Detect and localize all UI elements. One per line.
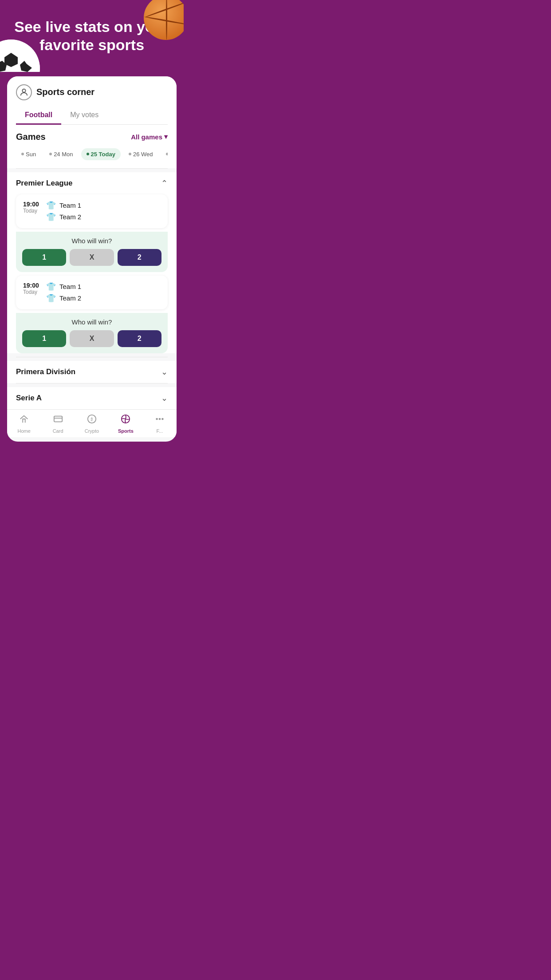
team-row-1b: 👕 Team 2	[46, 212, 81, 222]
date-dot	[166, 153, 168, 155]
app-card: Sports corner Football My votes Games Al…	[7, 76, 177, 442]
date-dot	[129, 153, 131, 155]
sports-icon	[121, 414, 130, 427]
card-header: Sports corner Football My votes	[7, 76, 177, 125]
svg-point-14	[162, 418, 163, 419]
vote-buttons-2: 1 X 2	[22, 330, 161, 347]
vote-btn-1-draw[interactable]: X	[70, 249, 114, 266]
more-icon	[155, 414, 165, 427]
vote-btn-2-away[interactable]: 2	[118, 330, 161, 347]
sports-tab-label: Sports	[118, 428, 134, 434]
team-shirt-icon: 👕	[46, 212, 56, 222]
vote-buttons-1: 1 X 2	[22, 249, 161, 266]
team-row-1a: 👕 Team 1	[46, 201, 81, 210]
date-dot-active	[87, 153, 89, 155]
vote-btn-1-home[interactable]: 1	[22, 249, 66, 266]
league-premier-header[interactable]: Premier League ⌃	[16, 172, 168, 194]
app-title: Sports corner	[36, 87, 94, 97]
divider	[16, 168, 168, 169]
svg-point-13	[159, 418, 160, 419]
date-chip-26[interactable]: 26	[161, 148, 168, 160]
league-seriea-header[interactable]: Serie A ⌄	[16, 387, 168, 409]
tabs-row: Football My votes	[16, 107, 168, 125]
date-dot	[49, 153, 52, 155]
league-premier-name: Premier League	[16, 179, 73, 188]
games-header: Games All games ▾	[16, 132, 168, 142]
more-tab-label: F...	[156, 428, 163, 434]
match-teams-1: 👕 Team 1 👕 Team 2	[46, 201, 81, 222]
chevron-up-icon: ⌃	[161, 178, 168, 188]
match-teams-2: 👕 Team 1 👕 Team 2	[46, 282, 81, 303]
bottom-tab-crypto[interactable]: ₿ Crypto	[79, 414, 105, 434]
card-tab-label: Card	[53, 428, 63, 434]
avatar-icon	[16, 84, 32, 100]
home-tab-label: Home	[18, 428, 31, 434]
games-title: Games	[16, 132, 46, 142]
league-premier: Premier League ⌃ 19:00 Today 👕 Team 1 👕 …	[7, 172, 177, 353]
home-icon	[19, 414, 29, 427]
match-card-1: 19:00 Today 👕 Team 1 👕 Team 2	[16, 194, 168, 228]
vote-btn-2-draw[interactable]: X	[70, 330, 114, 347]
bottom-tab-home[interactable]: Home	[11, 414, 37, 434]
team-row-2b: 👕 Team 2	[46, 293, 81, 303]
who-will-win-1: Who will win?	[22, 237, 161, 245]
match-info-row-1: 19:00 Today 👕 Team 1 👕 Team 2	[23, 201, 161, 222]
who-will-win-2: Who will win?	[22, 318, 161, 326]
divider-2	[16, 357, 168, 357]
games-section: Games All games ▾ Sun 24 Mon 25 Today	[7, 125, 177, 168]
league-seriea-name: Serie A	[16, 394, 42, 403]
league-primera: Primera División ⌄	[7, 361, 177, 383]
date-chip-today25[interactable]: 25 Today	[81, 148, 121, 160]
svg-point-6	[22, 89, 25, 92]
team-shirt-icon: 👕	[46, 201, 56, 210]
hero-section: See live stats on your favorite sports	[0, 0, 184, 72]
svg-point-12	[156, 418, 157, 419]
match-card-2: 19:00 Today 👕 Team 1 👕 Team 2	[16, 276, 168, 309]
date-scroll: Sun 24 Mon 25 Today 26 Wed 26	[16, 148, 168, 164]
date-chip-sun[interactable]: Sun	[16, 148, 41, 160]
league-primera-header[interactable]: Primera División ⌄	[16, 361, 168, 383]
voting-section-1: Who will win? 1 X 2	[16, 232, 168, 272]
date-chip-wed26[interactable]: 26 Wed	[123, 148, 158, 160]
tab-myvotes[interactable]: My votes	[61, 107, 107, 125]
league-seriea: Serie A ⌄	[7, 387, 177, 409]
vote-btn-1-away[interactable]: 2	[118, 249, 161, 266]
bottom-tab-card[interactable]: Card	[45, 414, 71, 434]
divider-3	[16, 383, 168, 383]
league-primera-name: Primera División	[16, 368, 75, 376]
bottom-tab-more[interactable]: F...	[146, 414, 173, 434]
basketball-lines	[144, 16, 184, 25]
card-icon	[53, 414, 63, 427]
date-dot	[21, 153, 24, 155]
team-shirt-icon: 👕	[46, 293, 56, 303]
chevron-down-icon: ▾	[164, 133, 168, 141]
crypto-icon: ₿	[87, 414, 97, 427]
match-info-row-2: 19:00 Today 👕 Team 1 👕 Team 2	[23, 282, 161, 303]
bottom-nav: Home Card ₿ Crypto	[7, 409, 177, 437]
match-time-1: 19:00 Today	[23, 201, 39, 222]
all-games-button[interactable]: All games ▾	[131, 133, 168, 141]
match-time-2: 19:00 Today	[23, 282, 39, 303]
chevron-down-icon: ⌄	[161, 367, 168, 377]
app-title-row: Sports corner	[16, 84, 168, 107]
svg-text:₿: ₿	[91, 417, 93, 421]
vote-btn-2-home[interactable]: 1	[22, 330, 66, 347]
team-row-2a: 👕 Team 1	[46, 282, 81, 292]
chevron-down-icon: ⌄	[161, 393, 168, 403]
bottom-tab-sports[interactable]: Sports	[112, 414, 139, 434]
tab-football[interactable]: Football	[16, 107, 61, 125]
voting-section-2: Who will win? 1 X 2	[16, 313, 168, 353]
crypto-tab-label: Crypto	[85, 428, 99, 434]
date-chip-mon24[interactable]: 24 Mon	[44, 148, 78, 160]
team-shirt-icon: 👕	[46, 282, 56, 292]
svg-rect-7	[54, 416, 62, 422]
